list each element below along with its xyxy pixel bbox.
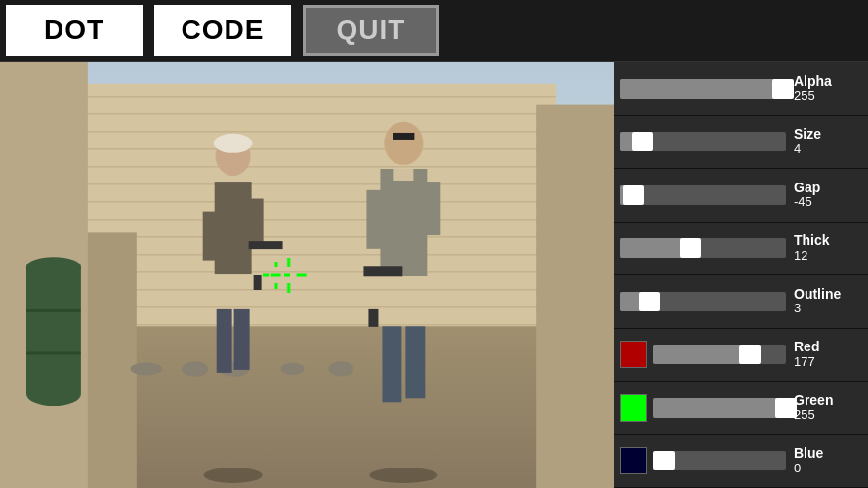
slider-value-green: 255 (794, 408, 815, 422)
scene-canvas (0, 62, 614, 488)
slider-thumb-size[interactable] (632, 132, 653, 151)
slider-row-alpha[interactable]: Alpha 255 (614, 62, 868, 116)
slider-labels-thick: Thick 12 (794, 233, 862, 263)
slider-track-alpha[interactable] (620, 79, 786, 99)
slider-thumb-blue[interactable] (653, 451, 675, 470)
slider-labels-red: Red 177 (794, 340, 862, 369)
slider-label-red: Red (794, 340, 819, 354)
slider-thumb-thick[interactable] (680, 238, 701, 258)
slider-track-outline[interactable] (620, 292, 786, 311)
slider-fill-thick (620, 238, 686, 258)
slider-labels-gap: Gap -45 (794, 181, 862, 210)
slider-track-thick[interactable] (620, 238, 786, 258)
slider-track-green[interactable] (653, 398, 786, 418)
slider-label-blue: Blue (794, 446, 823, 461)
slider-thumb-alpha[interactable] (772, 79, 794, 99)
slider-label-outline: Outline (794, 287, 841, 302)
slider-value-size: 4 (794, 142, 801, 156)
right-panel: Alpha 255 Size 4 Gap -45 (614, 62, 868, 488)
slider-labels-green: Green 255 (794, 393, 862, 423)
slider-value-outline: 3 (794, 302, 801, 315)
slider-thumb-green[interactable] (775, 398, 797, 418)
code-button[interactable]: CODE (154, 5, 291, 56)
slider-value-blue: 0 (794, 462, 801, 475)
color-swatch-red (620, 341, 647, 368)
slider-value-alpha: 255 (794, 89, 815, 102)
slider-row-gap[interactable]: Gap -45 (614, 169, 868, 223)
slider-fill-red (653, 345, 745, 364)
slider-label-thick: Thick (794, 233, 830, 248)
slider-track-blue[interactable] (653, 451, 786, 470)
slider-row-green[interactable]: Green 255 (614, 382, 868, 435)
slider-row-red[interactable]: Red 177 (614, 329, 868, 383)
slider-row-outline[interactable]: Outline 3 (614, 275, 868, 329)
slider-labels-size: Size 4 (794, 127, 862, 156)
game-viewport (0, 62, 614, 488)
color-swatch-blue (620, 447, 647, 474)
top-bar: DOT CODE QUIT (0, 0, 868, 62)
quit-button[interactable]: QUIT (303, 5, 439, 56)
slider-row-blue[interactable]: Blue 0 (614, 435, 868, 489)
slider-thumb-gap[interactable] (623, 185, 644, 205)
slider-labels-blue: Blue 0 (794, 446, 862, 475)
slider-track-size[interactable] (620, 132, 786, 151)
main-area: Alpha 255 Size 4 Gap -45 (0, 62, 868, 488)
slider-track-gap[interactable] (620, 185, 786, 205)
slider-row-thick[interactable]: Thick 12 (614, 223, 868, 276)
slider-track-red[interactable] (653, 345, 786, 364)
slider-value-gap: -45 (794, 195, 812, 209)
slider-fill-alpha (620, 79, 786, 99)
dot-button[interactable]: DOT (6, 5, 143, 56)
slider-label-green: Green (794, 393, 833, 408)
slider-label-alpha: Alpha (794, 74, 832, 89)
slider-fill-green (653, 398, 786, 418)
slider-row-size[interactable]: Size 4 (614, 116, 868, 170)
slider-value-red: 177 (794, 355, 815, 369)
slider-label-gap: Gap (794, 181, 820, 195)
slider-label-size: Size (794, 127, 821, 142)
slider-thumb-red[interactable] (739, 345, 761, 364)
slider-value-thick: 12 (794, 249, 807, 263)
slider-labels-outline: Outline 3 (794, 287, 862, 316)
color-swatch-green (620, 394, 647, 422)
slider-thumb-outline[interactable] (639, 292, 660, 311)
slider-labels-alpha: Alpha 255 (794, 74, 862, 103)
